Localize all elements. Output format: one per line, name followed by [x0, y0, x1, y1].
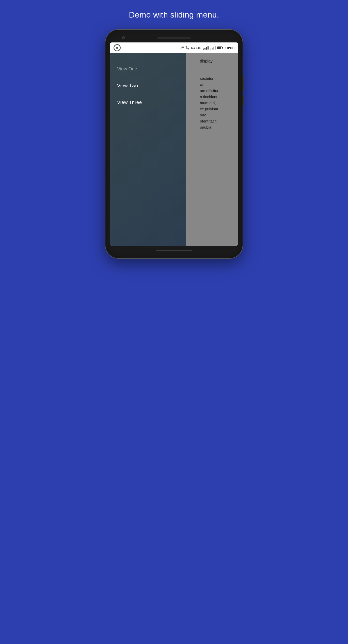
clock: 10:00 [225, 46, 234, 50]
signal-bars-2 [210, 46, 216, 50]
battery-fill [218, 47, 221, 49]
page-title: Demo with sliding menu. [129, 10, 219, 20]
menu-item-view-two[interactable]: View Two [110, 77, 186, 94]
signal-bars [203, 46, 209, 50]
signal-bar-1 [203, 49, 204, 50]
menu-item-view-three[interactable]: View Three [110, 94, 186, 111]
phone-screen: ☍ 📞 4G LTE [110, 42, 238, 246]
status-bar-left [114, 44, 121, 51]
status-bar-right: ☍ 📞 4G LTE [180, 46, 234, 50]
menu-item-view-one[interactable]: View One [110, 61, 186, 77]
home-indicator [156, 250, 192, 251]
phone-top-bar [110, 34, 238, 42]
front-camera [122, 36, 125, 39]
sliding-menu: View One View Two View Three [110, 53, 186, 246]
phone-shell: ☍ 📞 4G LTE [105, 30, 243, 258]
signal-bar2-2 [212, 48, 213, 50]
signal-bar2-3 [213, 47, 214, 50]
screen-content: display sectetur ci. am efficitur o tinc… [110, 53, 238, 246]
volume-button [243, 75, 244, 91]
battery-icon [217, 47, 222, 49]
phone-speaker [157, 37, 191, 39]
call-icon: 📞 [185, 46, 189, 50]
power-button [243, 96, 244, 106]
lte-label: 4G LTE [191, 46, 201, 50]
signal-bar-4 [208, 46, 209, 50]
signal-bar2-1 [210, 49, 211, 50]
signal-bar-3 [206, 47, 207, 50]
status-bar: ☍ 📞 4G LTE [110, 42, 238, 53]
signal-bar-2 [204, 48, 205, 50]
phone-bottom [110, 246, 238, 254]
signal-bar2-4 [215, 46, 216, 50]
wifi-icon: ☍ [180, 46, 184, 50]
menu-overlay[interactable] [184, 53, 238, 246]
notification-icon [114, 44, 121, 51]
